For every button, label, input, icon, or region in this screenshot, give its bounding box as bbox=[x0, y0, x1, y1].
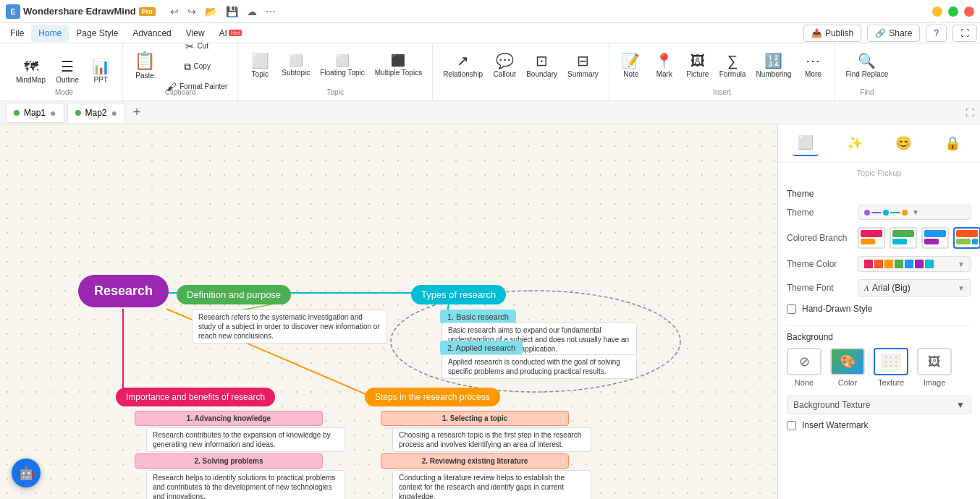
font-select-btn[interactable]: 𝐴 Arial (Big) ▼ bbox=[858, 279, 971, 297]
panel-tab-settings[interactable]: 🔒 bbox=[939, 130, 966, 156]
more-btn[interactable]: ⋯ More bbox=[797, 46, 829, 88]
save-btn[interactable]: 💾 bbox=[223, 4, 241, 19]
find-group: 🔍 Find Replace Find bbox=[835, 43, 898, 101]
ai-chat-btn[interactable]: 🤖 bbox=[12, 459, 41, 487]
theme-label: Theme bbox=[787, 208, 852, 218]
find-replace-btn[interactable]: 🔍 Find Replace bbox=[841, 46, 892, 88]
cloud-btn[interactable]: ☁ bbox=[244, 4, 260, 19]
open-btn[interactable]: 📂 bbox=[202, 4, 220, 19]
floating-topic-btn[interactable]: ⬜ Floating Topic bbox=[316, 46, 369, 88]
menu-file[interactable]: File bbox=[3, 25, 31, 42]
formula-btn[interactable]: ∑ Formula bbox=[715, 46, 751, 88]
mark-btn[interactable]: 📍 Mark bbox=[649, 46, 680, 88]
publish-btn[interactable]: 📤 Publish bbox=[803, 25, 861, 42]
node-step-1[interactable]: 1. Selecting a topic bbox=[381, 411, 569, 426]
expand-canvas-btn[interactable]: ⛶ bbox=[966, 108, 974, 118]
hand-drawn-checkbox[interactable] bbox=[787, 304, 796, 314]
node-definition[interactable]: Definition and purpose bbox=[177, 285, 291, 304]
node-imp-1[interactable]: 1. Advancing knowledge bbox=[135, 411, 323, 426]
watermark-label[interactable]: Insert Watermark bbox=[802, 420, 869, 430]
outline-btn[interactable]: ☰ Outline bbox=[51, 51, 83, 93]
bg-texture-dropdown[interactable]: Background Texture ▼ bbox=[787, 396, 971, 414]
boundary-btn[interactable]: ⊡ Boundary bbox=[522, 46, 562, 88]
bg-opt-color[interactable]: 🎨 Color bbox=[830, 348, 865, 387]
theme-font-control[interactable]: 𝐴 Arial (Big) ▼ bbox=[858, 279, 971, 297]
hand-drawn-label[interactable]: Hand-Drawn Style bbox=[802, 304, 872, 314]
node-imp-2[interactable]: 2. Solving problems bbox=[135, 453, 323, 469]
note-btn[interactable]: 📝 Note bbox=[615, 46, 647, 88]
relationship-btn[interactable]: ↗ Relationship bbox=[439, 46, 487, 88]
watermark-checkbox[interactable] bbox=[787, 421, 796, 430]
node-steps[interactable]: Steps in the research process bbox=[365, 388, 500, 406]
menu-pagestyle[interactable]: Page Style bbox=[69, 25, 125, 42]
mindmap-btn[interactable]: 🗺 MindMap bbox=[12, 51, 50, 93]
node-importance[interactable]: Importance and benefits of research bbox=[116, 388, 275, 406]
bg-texture-label: Texture bbox=[878, 378, 904, 387]
branch-opt-2[interactable] bbox=[890, 227, 917, 249]
tab-map1[interactable]: Map1 ● bbox=[6, 103, 64, 123]
expand-panel-btn[interactable]: ⛶ bbox=[952, 25, 977, 42]
help-btn[interactable]: ? bbox=[926, 25, 947, 42]
swatch-pink bbox=[864, 260, 873, 268]
picture-btn[interactable]: 🖼 Picture bbox=[682, 46, 714, 88]
node-step-2-detail[interactable]: Conducting a literature review helps to … bbox=[392, 470, 591, 499]
redo-btn[interactable]: ↪ bbox=[185, 4, 199, 19]
bg-opt-none[interactable]: ⊘ None bbox=[787, 348, 821, 387]
callout-btn[interactable]: 💬 Callout bbox=[489, 46, 520, 88]
branch-opt-1[interactable] bbox=[858, 227, 885, 249]
bg-texture-label-text: Background Texture bbox=[793, 400, 871, 410]
maximize-btn[interactable] bbox=[948, 7, 958, 17]
theme-control[interactable]: ▼ bbox=[858, 205, 971, 220]
tab-map2[interactable]: Map2 ● bbox=[67, 103, 126, 123]
branch-options-control bbox=[858, 227, 980, 249]
ppt-btn[interactable]: 📊 PPT bbox=[85, 51, 117, 93]
share-btn[interactable]: 🔗 Share bbox=[867, 25, 920, 42]
canvas[interactable]: Research Definition and purpose Research… bbox=[0, 124, 777, 499]
panel-tab-face[interactable]: 😊 bbox=[890, 130, 916, 156]
theme-color-label: Theme Color bbox=[787, 259, 852, 269]
close-btn[interactable] bbox=[964, 7, 974, 17]
node-types[interactable]: Types of research bbox=[411, 285, 506, 304]
bg-opt-texture[interactable]: Texture bbox=[874, 348, 908, 387]
theme-color-control[interactable]: ▼ bbox=[858, 256, 971, 272]
node-step-1-detail[interactable]: Choosing a research topic is the first s… bbox=[392, 427, 591, 452]
menu-home[interactable]: Home bbox=[31, 25, 69, 42]
copy-btn[interactable]: ⧉ Copy bbox=[162, 57, 232, 76]
app-logo: E Wondershare EdrawMind Pro bbox=[6, 4, 156, 19]
more-btn[interactable]: ⋯ bbox=[263, 4, 279, 19]
multiple-topics-btn[interactable]: ⬛ Multiple Topics bbox=[371, 46, 426, 88]
tab-map1-close[interactable]: ● bbox=[50, 107, 56, 119]
branch-opt-4[interactable] bbox=[953, 227, 980, 249]
branch-opt-3[interactable] bbox=[921, 227, 949, 249]
node-imp-2-detail[interactable]: Research helps to identify solutions to … bbox=[146, 470, 345, 499]
node-applied-research[interactable]: 2. Applied research bbox=[440, 341, 523, 355]
outline-label: Outline bbox=[56, 76, 79, 85]
undo-btn[interactable]: ↩ bbox=[167, 4, 182, 19]
node-definition-detail[interactable]: Research refers to the systematic invest… bbox=[192, 310, 387, 344]
tab-map2-close[interactable]: ● bbox=[111, 107, 117, 119]
summary-btn[interactable]: ⊟ Summary bbox=[563, 46, 603, 88]
cut-btn[interactable]: ✂ Cut bbox=[162, 37, 232, 56]
svg-rect-9 bbox=[861, 239, 875, 244]
font-icon: 𝐴 bbox=[864, 283, 869, 293]
theme-color-preview-btn[interactable]: ▼ bbox=[858, 256, 971, 272]
copy-icon: ⧉ bbox=[184, 61, 191, 72]
panel-tab-ai[interactable]: ✨ bbox=[842, 130, 868, 156]
paste-btn[interactable]: 📋 Paste bbox=[129, 46, 161, 88]
topic-btn[interactable]: ⬜ Topic bbox=[244, 46, 276, 88]
node-basic-research[interactable]: 1. Basic research bbox=[440, 310, 516, 324]
theme-preview-btn[interactable]: ▼ bbox=[858, 205, 971, 220]
node-step-2[interactable]: 2. Reviewing existing literature bbox=[381, 453, 569, 469]
add-tab-btn[interactable]: + bbox=[128, 104, 145, 121]
theme-section-label: Theme bbox=[787, 189, 971, 199]
numbering-btn[interactable]: 🔢 Numbering bbox=[751, 46, 795, 88]
node-applied-research-detail[interactable]: Applied research is conducted with the g… bbox=[442, 354, 637, 379]
node-imp-1-detail[interactable]: Research contributes to the expansion of… bbox=[146, 427, 345, 452]
svg-rect-13 bbox=[924, 239, 939, 244]
panel-tab-topic[interactable]: ⬜ bbox=[793, 130, 819, 156]
branch-options bbox=[858, 227, 980, 249]
node-research[interactable]: Research bbox=[78, 275, 169, 307]
subtopic-btn[interactable]: ⬜ Subtopic bbox=[277, 46, 314, 88]
minimize-btn[interactable] bbox=[932, 7, 942, 17]
bg-opt-image[interactable]: 🖼 Image bbox=[917, 348, 952, 387]
